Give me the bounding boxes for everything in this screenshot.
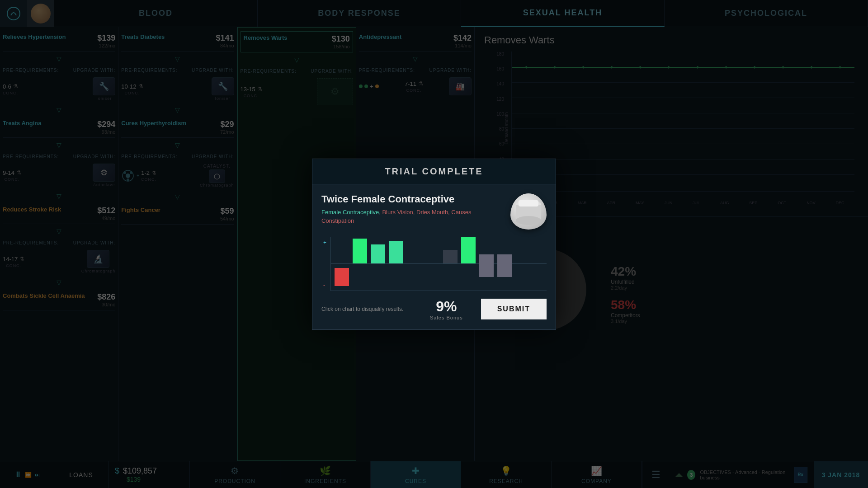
bar-ghost-7 xyxy=(443,250,458,263)
submit-button[interactable]: SUBMIT xyxy=(481,299,547,319)
sales-bonus-label: Sales Bonus xyxy=(430,315,463,320)
bar-9[interactable] xyxy=(479,237,494,291)
modal-header: TRIAL COMPLETE xyxy=(312,159,556,184)
modal-hint: Click on chart to disqualify results. xyxy=(321,306,403,312)
chart-minus-label: - xyxy=(323,282,325,288)
bar-7[interactable] xyxy=(443,237,458,291)
svg-point-8 xyxy=(516,216,541,225)
bar-1[interactable] xyxy=(335,237,349,291)
bar-3[interactable] xyxy=(371,237,385,291)
sales-bonus-area: 9% Sales Bonus xyxy=(430,298,463,320)
bar-gray-9 xyxy=(479,254,494,277)
modal-drug-info: Twice Female Contraceptive Female Contra… xyxy=(321,193,475,225)
bar-pos-4 xyxy=(389,241,403,263)
trial-chart[interactable]: + - xyxy=(330,237,547,291)
modal-drug-effects: Female Contraceptive, Blurs Vision, Drie… xyxy=(321,208,475,225)
bar-4[interactable] xyxy=(389,237,403,291)
modal-overlay: TRIAL COMPLETE Twice Female Contraceptiv… xyxy=(0,0,868,488)
modal-drug-row: Twice Female Contraceptive Female Contra… xyxy=(321,193,547,230)
bar-pos-3 xyxy=(371,244,385,263)
bar-pos-2 xyxy=(353,239,367,263)
primary-effect: Female Contraceptive, xyxy=(321,209,381,216)
chart-plus-label: + xyxy=(323,239,326,246)
bar-gray-10 xyxy=(497,254,512,277)
sales-bonus-pct: 9% xyxy=(436,298,457,315)
modal-bottom-row: Click on chart to disqualify results. 9%… xyxy=(321,298,547,320)
svg-rect-9 xyxy=(519,200,538,206)
modal-actions: 9% Sales Bonus SUBMIT xyxy=(430,298,547,320)
bar-10[interactable] xyxy=(497,237,512,291)
bar-neg-1 xyxy=(335,268,349,286)
bar-8[interactable] xyxy=(461,237,476,291)
drug-image xyxy=(510,193,547,230)
bars xyxy=(331,237,547,291)
modal-drug-name: Twice Female Contraceptive xyxy=(321,193,475,205)
modal-body: Twice Female Contraceptive Female Contra… xyxy=(312,184,556,329)
modal-title: TRIAL COMPLETE xyxy=(321,166,547,177)
bar-chart-area xyxy=(330,237,547,291)
pill-jar-svg xyxy=(510,193,547,230)
trial-complete-modal: TRIAL COMPLETE Twice Female Contraceptiv… xyxy=(312,159,556,330)
bar-pos-8 xyxy=(461,237,476,263)
bar-2[interactable] xyxy=(353,237,367,291)
